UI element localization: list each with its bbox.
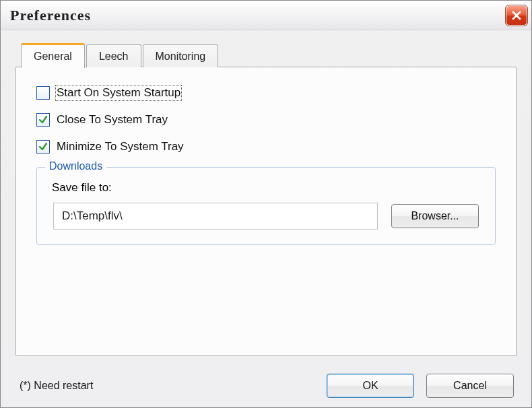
downloads-legend: Downloads <box>45 160 106 172</box>
tab-panel-general: Start On System Startup Close To System … <box>15 67 517 356</box>
titlebar: Preferences <box>1 1 531 30</box>
restart-note: (*) Need restart <box>20 380 93 392</box>
close-button[interactable] <box>506 5 527 26</box>
footer-buttons: OK Cancel <box>327 374 514 398</box>
tabstrip: General Leech Monitoring <box>21 42 517 67</box>
preferences-window: Preferences General Leech Monitoring Sta… <box>0 0 532 408</box>
downloads-group: Downloads Save file to: Browser... <box>36 167 496 245</box>
close-icon <box>511 10 522 21</box>
footer: (*) Need restart OK Cancel <box>1 366 531 407</box>
checkbox-label: Close To System Tray <box>57 113 168 127</box>
save-path-input[interactable] <box>53 203 378 230</box>
checkbox-close-to-tray[interactable] <box>36 113 50 127</box>
checkbox-minimize-to-tray[interactable] <box>36 140 50 154</box>
checkmark-icon <box>38 114 48 125</box>
option-start-on-startup: Start On System Startup <box>36 86 496 100</box>
path-row: Browser... <box>53 203 479 230</box>
browse-button[interactable]: Browser... <box>391 204 479 228</box>
tab-monitoring[interactable]: Monitoring <box>143 44 219 67</box>
content-area: General Leech Monitoring Start On System… <box>1 30 531 366</box>
checkbox-label: Minimize To System Tray <box>57 140 184 154</box>
checkbox-start-on-startup[interactable] <box>36 86 50 100</box>
cancel-button[interactable]: Cancel <box>426 374 514 398</box>
checkmark-icon <box>38 141 48 152</box>
window-title: Preferences <box>10 7 91 24</box>
tab-leech[interactable]: Leech <box>86 44 141 67</box>
option-minimize-to-tray: Minimize To System Tray <box>36 140 496 154</box>
option-close-to-tray: Close To System Tray <box>36 113 496 127</box>
checkbox-label: Start On System Startup <box>57 86 180 100</box>
save-file-to-label: Save file to: <box>52 181 480 195</box>
tab-general[interactable]: General <box>21 43 85 68</box>
ok-button[interactable]: OK <box>327 374 414 398</box>
